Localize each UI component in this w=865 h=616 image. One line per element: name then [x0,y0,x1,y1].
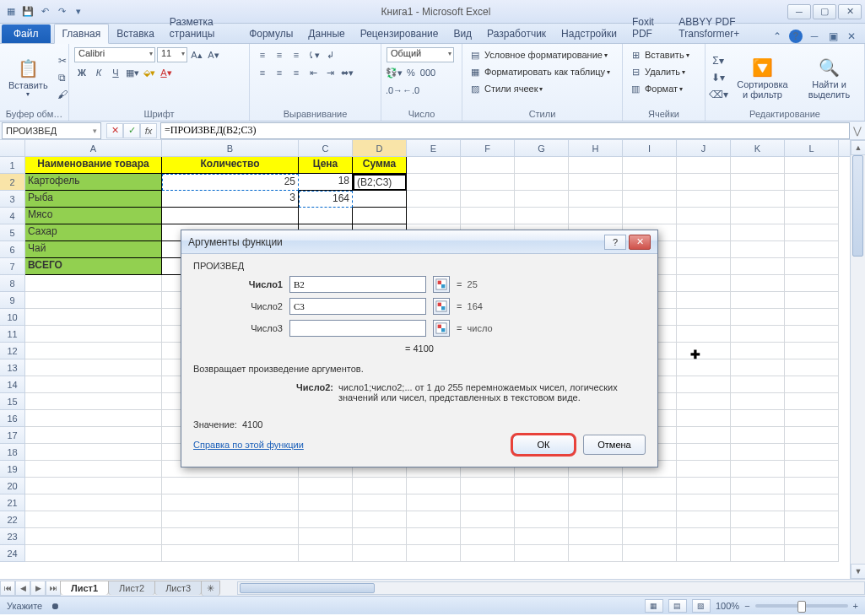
cell[interactable] [25,393,162,410]
cell[interactable] [515,191,569,208]
row-header[interactable]: 19 [0,461,25,478]
range-selector-icon[interactable] [433,320,450,337]
col-header-H[interactable]: H [569,140,623,156]
cell[interactable] [731,174,785,191]
cell[interactable] [677,494,731,511]
cell[interactable] [162,478,299,494]
col-header-B[interactable]: B [162,140,299,156]
align-center-icon[interactable]: ≡ [272,65,287,80]
cell[interactable] [785,343,839,359]
row-header[interactable]: 16 [0,410,25,427]
cell[interactable] [569,478,623,494]
page-layout-view-icon[interactable]: ▤ [668,599,687,613]
orientation-icon[interactable]: ⤹▾ [305,47,321,62]
decrease-decimal-icon[interactable]: ←.0 [403,83,419,98]
cell[interactable]: 3 [162,191,299,208]
tab-page-layout[interactable]: Разметка страницы [162,13,241,43]
align-left-icon[interactable]: ≡ [255,65,270,80]
cell[interactable] [731,241,785,258]
cell[interactable] [785,258,839,275]
zoom-in-icon[interactable]: + [853,601,858,611]
dialog-close-icon[interactable]: ✕ [629,235,651,250]
cell[interactable] [353,511,407,528]
cell[interactable] [731,191,785,208]
cell[interactable] [677,359,731,376]
row-header[interactable]: 20 [0,478,25,494]
col-header-C[interactable]: C [299,140,353,156]
workbook-restore-icon[interactable]: ▣ [826,30,840,43]
tab-view[interactable]: Вид [446,24,479,43]
cell[interactable] [515,545,569,562]
cell[interactable]: 164 [299,191,353,208]
underline-icon[interactable]: Ч [108,65,123,80]
help-icon[interactable]: ? [789,30,803,43]
row-header[interactable]: 7 [0,258,25,275]
sort-filter-button[interactable]: 🔽Сортировка и фильтр [733,54,792,101]
delete-cells-button[interactable]: Удалить [645,67,680,77]
cell[interactable] [25,528,162,545]
cell[interactable] [569,157,623,174]
cell[interactable] [25,275,162,292]
bold-icon[interactable]: Ж [74,65,89,80]
normal-view-icon[interactable]: ▦ [645,599,663,613]
cell[interactable] [407,478,461,494]
cell[interactable]: Сумма [353,157,407,174]
cell[interactable]: (B2;C3) [353,174,407,191]
cell[interactable]: Чай [25,241,162,258]
cell[interactable] [731,494,785,511]
cell[interactable] [623,191,677,208]
cell[interactable] [162,545,299,562]
currency-icon[interactable]: 💱▾ [387,65,402,80]
cut-icon[interactable]: ✂ [55,53,70,68]
cell[interactable] [677,528,731,545]
cell[interactable] [785,359,839,376]
cell[interactable] [569,528,623,545]
cell[interactable] [731,157,785,174]
cell[interactable] [677,191,731,208]
cell[interactable] [731,444,785,461]
col-header-D[interactable]: D [353,140,407,156]
row-header[interactable]: 21 [0,494,25,511]
row-header[interactable]: 3 [0,191,25,208]
cell[interactable] [677,393,731,410]
row-header[interactable]: 5 [0,224,25,241]
cell[interactable] [162,511,299,528]
cell[interactable] [353,494,407,511]
cell[interactable] [407,174,461,191]
find-select-button[interactable]: 🔍Найти и выделить [799,54,859,101]
cell[interactable] [461,191,515,208]
cell[interactable] [731,376,785,393]
col-header-I[interactable]: I [623,140,677,156]
font-size-dropdown[interactable]: 11 [157,47,187,62]
borders-icon[interactable]: ▦▾ [125,65,140,80]
close-button[interactable]: ✕ [838,4,862,19]
align-top-icon[interactable]: ≡ [255,47,270,62]
cell[interactable] [785,208,839,224]
cell[interactable]: 18 [299,174,353,191]
undo-icon[interactable]: ↶ [37,4,52,19]
cell[interactable] [353,208,407,224]
align-right-icon[interactable]: ≡ [289,65,304,80]
cell[interactable] [25,326,162,343]
cell[interactable] [299,208,353,224]
cell[interactable] [25,494,162,511]
first-sheet-icon[interactable]: ⏮ [0,581,15,596]
expand-formula-bar-icon[interactable]: ⋁ [850,125,865,137]
conditional-formatting-button[interactable]: Условное форматирование [484,50,603,60]
font-color-icon[interactable]: A▾ [159,65,174,80]
paste-button[interactable]: 📋Вставить▾ [5,55,51,100]
increase-indent-icon[interactable]: ⇥ [322,65,338,80]
cell[interactable] [731,275,785,292]
enter-formula-icon[interactable]: ✓ [123,123,140,138]
row-header[interactable]: 13 [0,359,25,376]
decrease-font-icon[interactable]: A▾ [206,47,221,62]
cell[interactable] [25,427,162,444]
cell-styles-button[interactable]: Стили ячеек [484,84,538,94]
row-header[interactable]: 12 [0,343,25,359]
hscroll-thumb[interactable] [240,583,375,593]
cell[interactable]: ВСЕГО [25,258,162,275]
cell[interactable] [25,376,162,393]
cell[interactable] [677,444,731,461]
minimize-ribbon-icon[interactable]: ⌃ [770,30,784,43]
new-sheet-icon[interactable]: ✳ [201,581,220,596]
